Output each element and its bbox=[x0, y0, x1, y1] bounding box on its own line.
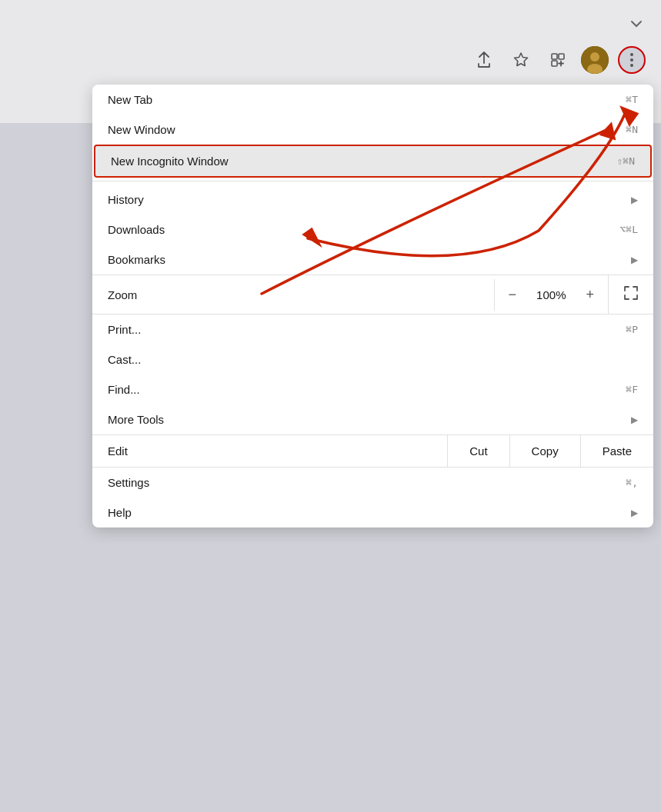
svg-point-4 bbox=[590, 52, 599, 62]
menu-item-more-tools[interactable]: More Tools ▶ bbox=[92, 404, 653, 434]
menu-item-label: History bbox=[108, 193, 144, 206]
zoom-row: Zoom − 100% + bbox=[92, 275, 653, 314]
menu-item-label: Cast... bbox=[108, 353, 141, 366]
menu-item-new-tab[interactable]: New Tab ⌘T bbox=[92, 85, 653, 115]
menu-item-label: Downloads bbox=[108, 223, 165, 236]
avatar-icon[interactable] bbox=[581, 46, 609, 74]
fullscreen-button[interactable] bbox=[608, 275, 653, 314]
menu-item-label: New Incognito Window bbox=[111, 155, 229, 168]
menu-item-shortcut: ⌥⌘L bbox=[620, 224, 638, 235]
menu-item-shortcut: ⌘P bbox=[626, 324, 638, 335]
extensions-icon[interactable] bbox=[544, 46, 572, 74]
dropdown-menu: New Tab ⌘T New Window ⌘N New Incognito W… bbox=[92, 85, 653, 527]
submenu-arrow-icon: ▶ bbox=[631, 255, 638, 265]
zoom-label: Zoom bbox=[92, 279, 495, 311]
bookmark-star-icon[interactable] bbox=[507, 46, 535, 74]
menu-item-shortcut: ⌘, bbox=[626, 477, 638, 488]
menu-divider-1 bbox=[92, 181, 653, 181]
chevron-down-icon[interactable] bbox=[630, 17, 643, 31]
submenu-arrow-icon: ▶ bbox=[631, 508, 638, 518]
menu-item-cast[interactable]: Cast... bbox=[92, 344, 653, 374]
menu-item-label: Bookmarks bbox=[108, 253, 165, 266]
svg-rect-2 bbox=[552, 61, 557, 66]
menu-item-shortcut: ⌘F bbox=[626, 384, 638, 395]
three-dots-icon bbox=[630, 53, 633, 67]
zoom-value: 100% bbox=[530, 279, 572, 311]
menu-item-shortcut: ⇧⌘N bbox=[617, 155, 635, 167]
menu-item-label: New Tab bbox=[108, 93, 152, 106]
menu-item-label: New Window bbox=[108, 123, 175, 136]
menu-item-label: Help bbox=[108, 506, 132, 519]
menu-item-help[interactable]: Help ▶ bbox=[92, 498, 653, 527]
copy-button[interactable]: Copy bbox=[510, 435, 581, 467]
menu-item-print[interactable]: Print... ⌘P bbox=[92, 314, 653, 344]
menu-item-label: Find... bbox=[108, 383, 140, 396]
menu-item-new-incognito[interactable]: New Incognito Window ⇧⌘N bbox=[94, 145, 652, 178]
zoom-controls: − 100% + bbox=[495, 278, 608, 312]
menu-item-bookmarks[interactable]: Bookmarks ▶ bbox=[92, 245, 653, 275]
toolbar bbox=[470, 46, 646, 74]
menu-item-downloads[interactable]: Downloads ⌥⌘L bbox=[92, 215, 653, 245]
svg-rect-1 bbox=[559, 54, 564, 59]
svg-rect-0 bbox=[552, 54, 557, 59]
edit-row: Edit Cut Copy Paste bbox=[92, 434, 653, 468]
submenu-arrow-icon: ▶ bbox=[631, 195, 638, 205]
submenu-arrow-icon: ▶ bbox=[631, 414, 638, 425]
paste-button[interactable]: Paste bbox=[581, 435, 653, 467]
menu-item-label: More Tools bbox=[108, 413, 164, 426]
menu-item-label: Print... bbox=[108, 323, 141, 336]
edit-label: Edit bbox=[92, 435, 448, 467]
zoom-decrease-button[interactable]: − bbox=[495, 278, 531, 312]
menu-item-find[interactable]: Find... ⌘F bbox=[92, 374, 653, 404]
share-icon[interactable] bbox=[470, 46, 498, 74]
menu-item-settings[interactable]: Settings ⌘, bbox=[92, 468, 653, 498]
menu-dots-button[interactable] bbox=[618, 46, 646, 74]
cut-button[interactable]: Cut bbox=[448, 435, 509, 467]
menu-item-shortcut: ⌘N bbox=[626, 124, 638, 135]
zoom-increase-button[interactable]: + bbox=[572, 278, 608, 312]
menu-item-history[interactable]: History ▶ bbox=[92, 185, 653, 215]
menu-item-shortcut: ⌘T bbox=[626, 94, 638, 105]
menu-item-label: Settings bbox=[108, 476, 149, 489]
menu-item-new-window[interactable]: New Window ⌘N bbox=[92, 115, 653, 145]
